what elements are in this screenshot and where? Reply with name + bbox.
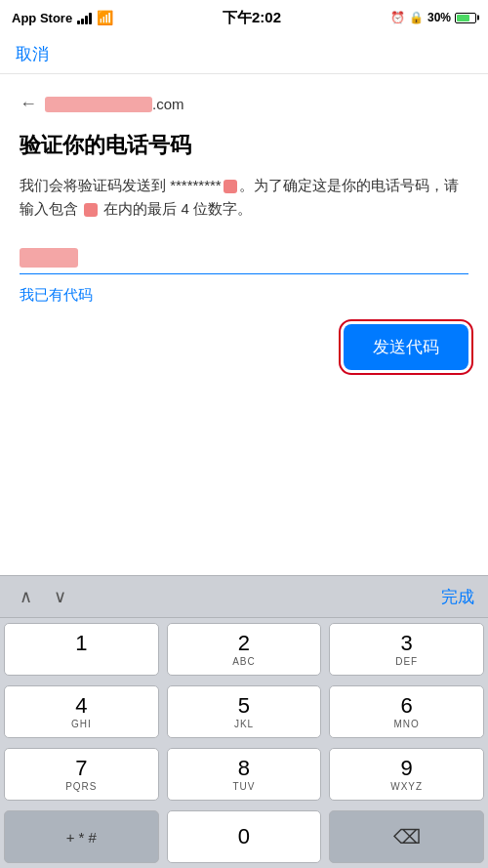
key-3-sub: DEF [395,656,418,667]
key-6[interactable]: 6 MNO [329,685,484,738]
key-backspace[interactable]: ⌫ [329,810,484,863]
status-left: App Store 📶 [12,10,113,25]
keyboard-done-button[interactable]: 完成 [441,586,474,608]
description-text: 我们会将验证码发送到 *********。为了确定这是你的电话号码，请输入包含 … [20,174,468,221]
battery-icon [455,13,476,23]
key-9-main: 9 [401,757,413,780]
wifi-icon: 📶 [97,10,113,25]
key-8-main: 8 [238,757,250,780]
cancel-button[interactable]: 取消 [16,45,49,63]
key-3-main: 3 [401,632,413,655]
keyboard-down-button[interactable]: ∨ [48,582,72,611]
key-3[interactable]: 3 DEF [329,623,484,676]
backspace-icon: ⌫ [393,825,421,848]
key-2-main: 2 [238,632,250,655]
status-bar: App Store 📶 下午2:02 ⏰ 🔒 30% [0,0,488,35]
key-symbols-label: + * # [66,829,97,846]
key-symbols[interactable]: + * # [4,810,159,863]
email-domain: .com [152,96,184,112]
nav-bar: 取消 [0,35,488,74]
have-code-link[interactable]: 我已有代码 [20,286,93,303]
key-9-sub: WXYZ [390,781,423,792]
key-6-main: 6 [401,694,413,718]
keyboard-grid: 1 2 ABC 3 DEF 4 GHI 5 JKL 6 MNO 7 PQRS [0,618,488,806]
lock-icon: 🔒 [409,11,424,24]
key-4[interactable]: 4 GHI [4,685,159,738]
key-4-sub: GHI [71,719,92,729]
key-0-main: 0 [238,825,250,848]
key-4-main: 4 [75,694,87,718]
code-input-row [20,244,468,274]
key-8-sub: TUV [232,781,255,792]
content-area: ← .com 验证你的电话号码 我们会将验证码发送到 *********。为了确… [0,74,488,405]
battery-percent: 30% [427,11,451,24]
key-6-sub: MNO [393,719,419,729]
key-2-sub: ABC [232,656,256,667]
button-row: 发送代码 [20,324,468,370]
status-right: ⏰ 🔒 30% [390,11,476,24]
key-8[interactable]: 8 TUV [167,748,322,801]
key-0[interactable]: 0 [167,810,322,863]
keyboard-toolbar: ∧ ∨ 完成 [0,575,488,618]
key-1-sub [79,656,83,667]
key-7-main: 7 [75,757,87,780]
desc-blur-1 [224,180,237,193]
keyboard-up-button[interactable]: ∧ [14,582,38,611]
input-text-blur [20,248,78,268]
back-row: ← .com [20,94,468,114]
input-value [20,244,468,273]
desc-blur-2 [84,203,98,217]
page-title: 验证你的电话号码 [20,132,468,160]
key-7[interactable]: 7 PQRS [4,748,159,801]
key-5-main: 5 [238,694,250,718]
key-2[interactable]: 2 ABC [167,623,322,676]
send-code-button[interactable]: 发送代码 [344,324,468,370]
email-blur-icon [45,97,152,112]
keyboard: ∧ ∨ 完成 1 2 ABC 3 DEF 4 GHI 5 JKL 6 M [0,575,488,868]
app-store-label: App Store [12,11,72,25]
keyboard-bottom-row: + * # 0 ⌫ [0,806,488,868]
keyboard-nav: ∧ ∨ [14,582,72,611]
signal-icon [77,11,92,24]
key-5-sub: JKL [234,719,254,729]
key-1[interactable]: 1 [4,623,159,676]
key-7-sub: PQRS [65,781,97,792]
key-1-main: 1 [75,632,87,655]
key-9[interactable]: 9 WXYZ [329,748,484,801]
back-arrow-icon[interactable]: ← [20,94,37,114]
alarm-icon: ⏰ [390,11,405,24]
status-time: 下午2:02 [223,9,281,27]
key-5[interactable]: 5 JKL [167,685,322,738]
